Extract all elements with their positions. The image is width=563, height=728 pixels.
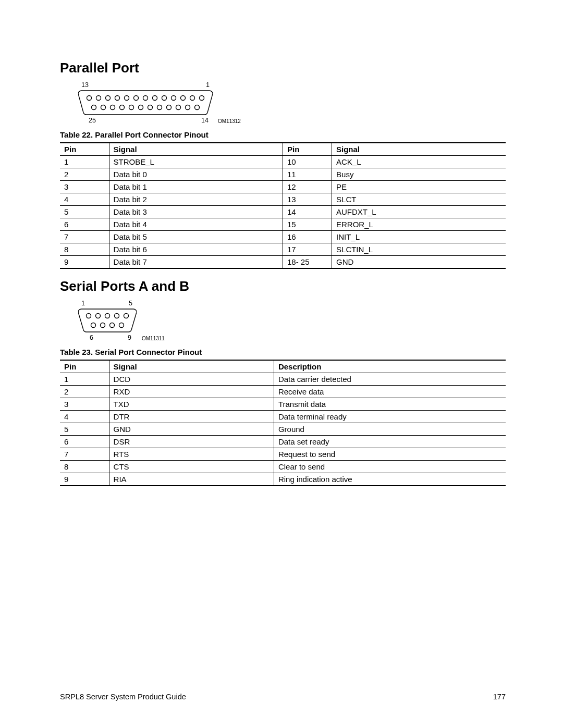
table-cell: Busy <box>332 168 506 181</box>
svg-point-23 <box>186 105 190 110</box>
table-row: 7Data bit 516INIT_L <box>60 231 506 243</box>
serial-port-pinout-table: Pin Signal Description 1DCDData carrier … <box>60 360 506 486</box>
table-caption: Table 23. Serial Port Connector Pinout <box>60 348 506 356</box>
table-cell: Data bit 1 <box>109 181 283 193</box>
table-cell: Data bit 5 <box>109 231 283 243</box>
table-cell: 6 <box>60 218 109 231</box>
svg-point-26 <box>96 314 101 318</box>
table-cell: 7 <box>60 231 109 243</box>
table-cell: Data set ready <box>274 436 506 448</box>
table-cell: Clear to send <box>274 461 506 473</box>
svg-point-28 <box>115 314 119 318</box>
table-row: 2Data bit 011Busy <box>60 168 506 181</box>
parallel-port-connector-figure: 13 1 <box>78 81 506 124</box>
table-cell: 6 <box>60 436 109 448</box>
table-cell: 12 <box>283 181 332 193</box>
table-cell: 8 <box>60 461 109 473</box>
svg-point-33 <box>119 323 124 328</box>
table-cell: 17 <box>283 243 332 256</box>
table-row: 5Data bit 314AUFDXT_L <box>60 206 506 218</box>
table-cell: Transmit data <box>274 398 506 411</box>
table-cell: DCD <box>109 373 274 386</box>
col-header: Pin <box>60 360 109 373</box>
svg-point-17 <box>129 105 134 110</box>
table-cell: TXD <box>109 398 274 411</box>
svg-point-12 <box>200 96 204 101</box>
svg-point-13 <box>92 105 96 110</box>
db25-connector: 13 1 <box>78 81 213 124</box>
table-cell: RIA <box>109 473 274 486</box>
svg-point-9 <box>172 96 176 101</box>
table-cell: 4 <box>60 411 109 423</box>
table-row: 6Data bit 415ERROR_L <box>60 218 506 231</box>
svg-point-19 <box>148 105 153 110</box>
table-row: 1DCDData carrier detected <box>60 373 506 386</box>
table-cell: 1 <box>60 373 109 386</box>
svg-point-0 <box>87 96 92 101</box>
table-row: 7RTSRequest to send <box>60 448 506 461</box>
svg-point-2 <box>106 96 111 101</box>
table-row: 4Data bit 213SLCT <box>60 193 506 206</box>
table-cell: 16 <box>283 231 332 243</box>
table-cell: STROBE_L <box>109 156 283 168</box>
table-cell: Data bit 4 <box>109 218 283 231</box>
col-header: Signal <box>109 143 283 156</box>
table-cell: CTS <box>109 461 274 473</box>
table-cell: PE <box>332 181 506 193</box>
svg-point-22 <box>176 105 181 110</box>
pin-label: 6 <box>90 334 93 341</box>
table-cell: 13 <box>283 193 332 206</box>
table-cell: 3 <box>60 398 109 411</box>
svg-point-21 <box>167 105 172 110</box>
svg-point-1 <box>96 96 101 101</box>
svg-point-25 <box>87 314 91 318</box>
table-cell: GND <box>109 423 274 436</box>
svg-point-20 <box>157 105 162 110</box>
serial-port-connector-figure: 1 5 6 9 OM11311 <box>78 300 506 341</box>
page: Parallel Port 13 1 <box>0 0 563 728</box>
heading-parallel-port: Parallel Port <box>60 60 506 76</box>
table-cell: ACK_L <box>332 156 506 168</box>
pin-label: 9 <box>128 334 131 341</box>
table-header-row: Pin Signal Pin Signal <box>60 143 506 156</box>
table-cell: RTS <box>109 448 274 461</box>
table-cell: SLCT <box>332 193 506 206</box>
svg-point-5 <box>134 96 139 101</box>
table-cell: Data bit 6 <box>109 243 283 256</box>
table-row: 2RXDReceive data <box>60 386 506 398</box>
table-cell: Data bit 7 <box>109 256 283 269</box>
table-cell: Data bit 0 <box>109 168 283 181</box>
svg-point-10 <box>181 96 186 101</box>
svg-point-7 <box>153 96 157 101</box>
table-cell: 7 <box>60 448 109 461</box>
svg-point-27 <box>105 314 110 318</box>
table-cell: Data carrier detected <box>274 373 506 386</box>
svg-point-30 <box>91 323 96 328</box>
col-header: Signal <box>332 143 506 156</box>
table-cell: 11 <box>283 168 332 181</box>
table-cell: 2 <box>60 386 109 398</box>
svg-point-29 <box>124 314 129 318</box>
svg-point-15 <box>111 105 115 110</box>
table-row: 4DTRData terminal ready <box>60 411 506 423</box>
svg-point-24 <box>195 105 200 110</box>
heading-serial-ports: Serial Ports A and B <box>60 278 506 294</box>
table-cell: 14 <box>283 206 332 218</box>
col-header: Pin <box>283 143 332 156</box>
table-row: 8CTSClear to send <box>60 461 506 473</box>
svg-point-3 <box>115 96 120 101</box>
table-row: 3TXDTransmit data <box>60 398 506 411</box>
page-footer: SRPL8 Server System Product Guide 177 <box>60 693 506 701</box>
pin-label: 14 <box>201 117 209 124</box>
col-header: Signal <box>109 360 274 373</box>
table-cell: 3 <box>60 181 109 193</box>
table-row: 9RIARing indication active <box>60 473 506 486</box>
table-cell: Data terminal ready <box>274 411 506 423</box>
parallel-port-pinout-table: Pin Signal Pin Signal 1STROBE_L10ACK_L2D… <box>60 142 506 269</box>
table-row: 9Data bit 718- 25GND <box>60 256 506 269</box>
table-cell: AUFDXT_L <box>332 206 506 218</box>
table-row: 8Data bit 617SLCTIN_L <box>60 243 506 256</box>
table-header-row: Pin Signal Description <box>60 360 506 373</box>
table-cell: 1 <box>60 156 109 168</box>
db9-connector: 1 5 6 9 <box>78 300 137 341</box>
